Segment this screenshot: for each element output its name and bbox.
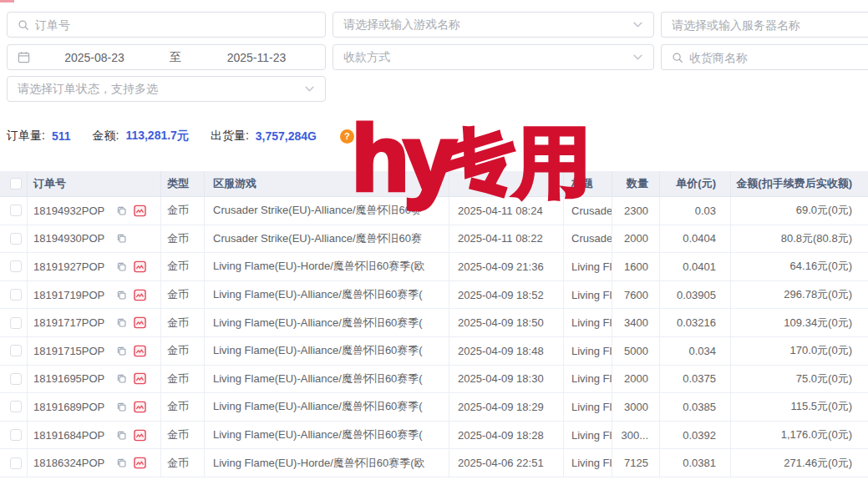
amount: 1,176.0元(0元): [731, 422, 868, 449]
image-attachment-icon[interactable]: [134, 316, 146, 329]
image-attachment-icon[interactable]: [134, 429, 146, 442]
order-title: Living Flame: [564, 281, 612, 309]
image-attachment-icon[interactable]: [134, 260, 146, 273]
row-checkbox[interactable]: [10, 317, 22, 329]
server-game: Living Flame(EU)-Alliance/魔兽怀旧60赛季(: [205, 337, 449, 365]
stat-shipment: 出货量: 3,757,284G: [211, 129, 317, 144]
order-title: Living Flame: [564, 449, 612, 477]
header-amount: 金额(扣手续费后实收额): [731, 171, 868, 196]
row-checkbox[interactable]: [10, 429, 22, 441]
order-count-value: 511: [52, 129, 71, 143]
copy-icon[interactable]: [116, 402, 127, 412]
search-icon: [18, 19, 29, 31]
order-number-cell: 18194930POP: [28, 225, 161, 253]
order-type: 金币: [161, 393, 205, 421]
game-name-select[interactable]: 请选择或输入游戏名称: [332, 12, 654, 38]
order-title: Living Flame: [564, 337, 612, 365]
order-number: 18191695POP: [33, 372, 104, 385]
image-attachment-icon[interactable]: [134, 457, 146, 469]
copy-icon[interactable]: [116, 373, 127, 384]
date-end-value[interactable]: 2025-11-23: [198, 51, 315, 64]
order-number: 18194930POP: [33, 232, 104, 245]
order-time: 2025-04-09 18:29: [449, 393, 564, 421]
order-number: 18191717POP: [33, 316, 104, 329]
copy-icon[interactable]: [116, 261, 127, 272]
quantity: 1600: [612, 253, 660, 280]
image-attachment-icon[interactable]: [134, 205, 146, 217]
order-number-search-field[interactable]: [7, 12, 326, 38]
order-time: 2025-04-06 22:51: [449, 449, 564, 477]
shipment-value: 3,757,284G: [256, 129, 317, 143]
order-title: Living Flame: [564, 366, 612, 393]
row-checkbox[interactable]: [10, 289, 22, 301]
table-row: 18191684POP金币Living Flame(EU)-Alliance/魔…: [0, 422, 868, 450]
game-select-placeholder: 请选择或输入游戏名称: [343, 18, 460, 33]
row-checkbox[interactable]: [10, 345, 22, 356]
row-checkbox[interactable]: [10, 260, 22, 272]
order-status-multiselect[interactable]: 请选择订单状态，支持多选: [7, 76, 326, 102]
copy-icon[interactable]: [116, 457, 127, 468]
row-checkbox-cell: [0, 197, 28, 225]
order-number: 18186324POP: [33, 457, 104, 469]
amount: 80.8元(80.8元): [731, 225, 868, 253]
server-name-input[interactable]: [672, 18, 868, 32]
table-row: 18191689POP金币Living Flame(EU)-Alliance/魔…: [0, 393, 868, 422]
date-start-value[interactable]: 2025-08-23: [36, 51, 153, 64]
row-checkbox[interactable]: [10, 401, 22, 412]
row-checkbox[interactable]: [10, 233, 22, 245]
order-number-input[interactable]: [35, 18, 315, 32]
copy-icon[interactable]: [116, 205, 127, 216]
table-header-row: 订单号 类型 区服游戏 标题 数量 单价(元) 金额(扣手续费后实收额): [0, 171, 868, 197]
payment-method-select[interactable]: 收款方式: [332, 44, 654, 70]
date-range-separator: 至: [159, 50, 192, 65]
server-game: Crusader Strike(EU)-Alliance/魔兽怀旧60赛: [205, 197, 449, 225]
table-row: 18191715POP金币Living Flame(EU)-Alliance/魔…: [0, 337, 868, 366]
amount: 75.0元(0元): [731, 366, 868, 393]
order-type: 金币: [161, 366, 205, 393]
copy-icon[interactable]: [116, 290, 127, 301]
image-attachment-icon[interactable]: [134, 345, 146, 357]
server-name-field[interactable]: [661, 12, 868, 38]
order-time: 2025-04-09 18:30: [449, 366, 564, 393]
help-icon[interactable]: ?: [340, 129, 354, 144]
status-select-placeholder: 请选择订单状态，支持多选: [18, 82, 158, 97]
order-time: 2025-04-11 08:22: [449, 225, 564, 253]
calendar-icon: [18, 51, 30, 63]
row-checkbox-cell: [0, 281, 28, 309]
header-type: 类型: [161, 171, 205, 196]
amount: 170.0元(0元): [731, 337, 868, 365]
image-attachment-icon[interactable]: [134, 401, 146, 413]
image-attachment-icon[interactable]: [134, 289, 146, 301]
unit-price: 0.0375: [660, 366, 731, 393]
date-range-picker[interactable]: 2025-08-23 至 2025-11-23: [7, 44, 326, 70]
table-row: 18191719POP金币Living Flame(EU)-Alliance/魔…: [0, 281, 868, 310]
quantity: 2300: [612, 197, 660, 225]
copy-icon[interactable]: [116, 430, 127, 441]
table-row: 18191717POP金币Living Flame(EU)-Alliance/魔…: [0, 309, 868, 337]
server-game: Living Flame(EU)-Alliance/魔兽怀旧60赛季(: [205, 366, 449, 393]
order-time: 2025-04-09 18:52: [449, 281, 564, 309]
order-number: 18194932POP: [33, 205, 104, 217]
order-time: 2025-04-09 21:36: [449, 253, 564, 280]
table-row: 18194930POP金币Crusader Strike(EU)-Allianc…: [0, 225, 868, 254]
server-game: Living Flame(EU)-Alliance/魔兽怀旧60赛季(: [205, 393, 449, 421]
row-checkbox[interactable]: [10, 373, 22, 385]
header-order-no: 订单号: [28, 171, 161, 196]
merchant-name-search-field[interactable]: [661, 44, 868, 70]
copy-icon[interactable]: [116, 233, 127, 244]
amount-label: 金额:: [92, 129, 119, 144]
amount: 296.78元(0元): [731, 281, 868, 309]
copy-icon[interactable]: [116, 346, 127, 356]
copy-icon[interactable]: [116, 317, 127, 328]
server-game: Living Flame(EU)-Horde/魔兽怀旧60赛季(欧: [205, 253, 449, 280]
table-row: 18186324POP金币Living Flame(EU)-Horde/魔兽怀旧…: [0, 449, 868, 477]
row-checkbox-cell: [0, 366, 28, 393]
order-count-label: 订单量:: [7, 129, 45, 144]
header-time: [449, 171, 564, 196]
image-attachment-icon[interactable]: [134, 372, 146, 385]
select-all-checkbox[interactable]: [10, 178, 22, 189]
row-checkbox[interactable]: [10, 457, 22, 469]
row-checkbox[interactable]: [10, 205, 22, 216]
merchant-name-input[interactable]: [689, 51, 868, 64]
stat-amount: 金额: 113,281.7元: [92, 129, 188, 144]
